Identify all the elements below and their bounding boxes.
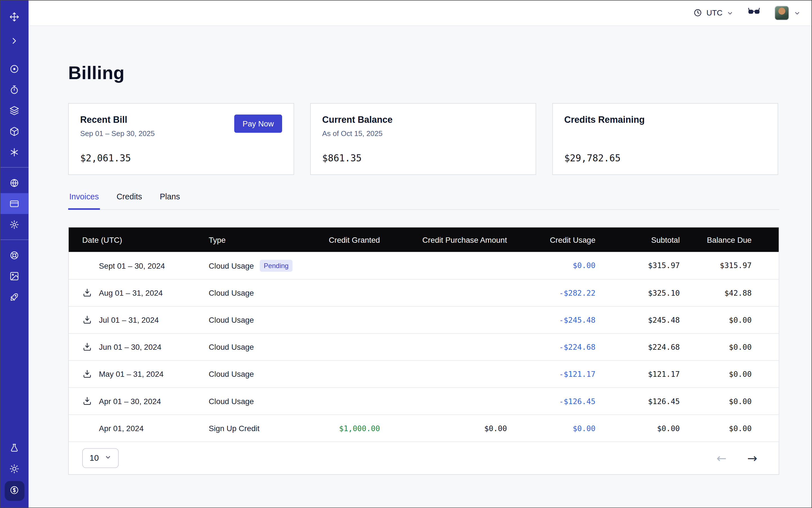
invoice-row: Apr 01, 2024 Sign Up Credit $1,000.00 $0… xyxy=(69,415,779,441)
credit-purchase-cell: $0.00 xyxy=(397,424,524,432)
sidebar-item-billing[interactable] xyxy=(0,193,29,214)
column-header: Balance Due xyxy=(697,236,778,244)
balance-due-cell: $315.97 xyxy=(697,261,778,270)
balance-due-cell: $0.00 xyxy=(697,343,778,351)
invoice-row: May 01 – 31, 2024 Cloud Usage -$121.17 $… xyxy=(69,360,779,387)
sidebar-item-support[interactable] xyxy=(0,245,29,265)
tab-credits[interactable]: Credits xyxy=(116,192,143,209)
incognito-button[interactable] xyxy=(747,5,761,20)
invoice-row: Sept 01 – 30, 2024 Cloud Usage Pending $… xyxy=(69,252,779,279)
sidebar-item-globe[interactable] xyxy=(0,172,29,193)
lifebuoy-icon xyxy=(9,250,19,260)
app-logo[interactable] xyxy=(0,3,29,30)
invoice-type: Sign Up Credit xyxy=(209,424,259,432)
balance-due-cell: $0.00 xyxy=(697,370,778,378)
sidebar-item-currency[interactable] xyxy=(4,481,24,501)
column-header: Subtotal xyxy=(613,236,697,244)
page-size-select[interactable]: 10 xyxy=(82,448,119,468)
account-menu[interactable] xyxy=(775,5,801,20)
pagination-controls: ← → xyxy=(717,452,757,464)
sidebar-divider xyxy=(0,167,29,168)
sidebar-item-labs[interactable] xyxy=(0,437,29,458)
sunglasses-icon xyxy=(747,5,761,20)
page-title: Billing xyxy=(68,62,779,83)
download-invoice-button[interactable] xyxy=(82,369,92,379)
sun-icon xyxy=(9,464,19,473)
flask-icon xyxy=(9,443,19,453)
invoice-table-body: Sept 01 – 30, 2024 Cloud Usage Pending $… xyxy=(69,252,779,441)
invoice-type: Cloud Usage xyxy=(209,315,254,324)
column-header: Credit Usage xyxy=(525,236,613,244)
current-balance-card: Current Balance As of Oct 15, 2025 $861.… xyxy=(310,103,536,175)
invoice-date: Jun 01 – 30, 2024 xyxy=(99,342,161,351)
download-invoice-button[interactable] xyxy=(82,315,92,325)
layers-icon xyxy=(9,105,19,115)
chevron-right-icon xyxy=(9,36,19,46)
tab-invoices[interactable]: Invoices xyxy=(68,192,100,210)
invoice-type: Cloud Usage xyxy=(209,342,254,351)
prev-page-button[interactable]: ← xyxy=(717,452,727,464)
card-title: Credits Remaining xyxy=(564,115,766,126)
invoice-type: Cloud Usage xyxy=(209,261,254,270)
invoice-type: Cloud Usage xyxy=(209,288,254,297)
sidebar-item-target[interactable] xyxy=(0,58,29,79)
credits-remaining-card: Credits Remaining $29,782.65 xyxy=(552,103,778,175)
invoice-date: Apr 01 – 30, 2024 xyxy=(99,397,161,406)
subtotal-cell: $126.45 xyxy=(613,397,697,406)
status-badge: Pending xyxy=(260,260,293,272)
credit-usage-cell: $0.00 xyxy=(525,261,613,270)
rocket-icon xyxy=(9,292,19,302)
sidebar-divider xyxy=(0,239,29,240)
page-size-value: 10 xyxy=(90,453,99,463)
sidebar-expand-button[interactable] xyxy=(0,30,29,51)
timezone-label: UTC xyxy=(707,8,722,17)
credit-card-icon xyxy=(9,199,19,208)
invoice-row: Jun 01 – 30, 2024 Cloud Usage -$224.68 $… xyxy=(69,333,779,360)
sidebar-item-images[interactable] xyxy=(0,265,29,286)
timezone-selector[interactable]: UTC xyxy=(693,8,733,17)
invoice-type: Cloud Usage xyxy=(209,370,254,378)
balance-due-cell: $0.00 xyxy=(697,316,778,324)
sidebar-item-theme[interactable] xyxy=(0,458,29,479)
sidebar-item-layers[interactable] xyxy=(0,100,29,121)
credit-granted-cell: $1,000.00 xyxy=(310,424,398,432)
invoice-type: Cloud Usage xyxy=(209,397,254,406)
credit-usage-cell: -$282.22 xyxy=(525,289,613,297)
credit-usage-cell: $0.00 xyxy=(525,424,613,432)
invoices-table: Date (UTC)TypeCredit GrantedCredit Purch… xyxy=(68,227,779,475)
subtotal-cell: $224.68 xyxy=(613,343,697,351)
chevron-down-icon xyxy=(104,453,111,463)
target-icon xyxy=(9,64,19,74)
download-invoice-button[interactable] xyxy=(82,288,92,298)
chevron-down-icon xyxy=(794,9,801,16)
billing-page: Billing Recent Bill Pay Now Sep 01 – Sep… xyxy=(29,26,812,508)
dollar-circle-icon xyxy=(9,485,19,497)
invoice-date: Aug 01 – 31, 2024 xyxy=(99,288,163,297)
recent-bill-amount: $2,061.35 xyxy=(80,153,131,164)
sidebar-item-cube[interactable] xyxy=(0,121,29,142)
balance-due-cell: $0.00 xyxy=(697,424,778,432)
subtotal-cell: $315.97 xyxy=(613,261,697,270)
credit-usage-cell: -$224.68 xyxy=(525,343,613,351)
subtotal-cell: $0.00 xyxy=(613,424,697,432)
credit-usage-cell: -$121.17 xyxy=(525,370,613,378)
download-invoice-button[interactable] xyxy=(82,396,92,406)
sidebar-item-asterisk[interactable] xyxy=(0,142,29,163)
invoice-row: Aug 01 – 31, 2024 Cloud Usage -$282.22 $… xyxy=(69,279,779,306)
next-page-button[interactable]: → xyxy=(747,452,757,464)
invoice-date: May 01 – 31, 2024 xyxy=(99,370,164,378)
table-footer: 10 ← → xyxy=(69,441,779,474)
download-invoice-button[interactable] xyxy=(82,342,92,352)
column-header: Type xyxy=(195,236,310,244)
sidebar-item-timer[interactable] xyxy=(0,79,29,100)
chevron-down-icon xyxy=(727,9,733,16)
tab-plans[interactable]: Plans xyxy=(159,192,181,209)
globe-icon xyxy=(9,178,19,187)
invoice-date: Jul 01 – 31, 2024 xyxy=(99,315,159,324)
sidebar-item-rocket[interactable] xyxy=(0,286,29,307)
invoice-row: Apr 01 – 30, 2024 Cloud Usage -$126.45 $… xyxy=(69,387,779,414)
asterisk-icon xyxy=(9,147,19,157)
invoice-date: Apr 01, 2024 xyxy=(99,424,143,432)
pay-now-button[interactable]: Pay Now xyxy=(234,115,282,133)
sidebar-item-settings[interactable] xyxy=(0,214,29,235)
